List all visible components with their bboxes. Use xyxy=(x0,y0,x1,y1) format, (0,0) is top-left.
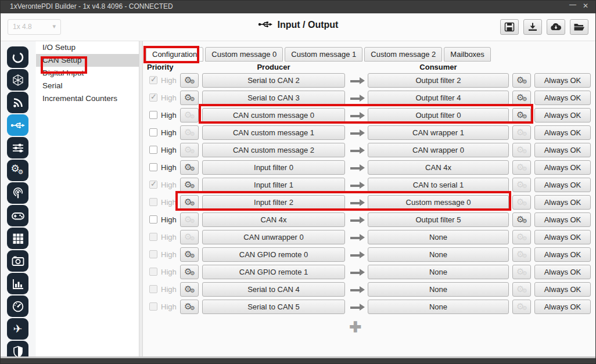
status-button[interactable]: Always OK xyxy=(534,282,591,297)
add-row-button[interactable]: ✚ xyxy=(350,319,362,335)
producer-gear-button[interactable]: ⚙⚙ xyxy=(180,160,199,175)
priority-checkbox[interactable]: ✓ xyxy=(149,302,157,311)
producer-gear-button[interactable]: ⚙⚙ xyxy=(180,178,199,192)
hexagon-wireframe-icon[interactable] xyxy=(7,69,28,91)
tab-custom-message-1[interactable]: Custom message 1 xyxy=(285,47,362,62)
consumer-gear-button[interactable]: ⚙⚙ xyxy=(512,125,531,140)
consumer-gear-button[interactable]: ⚙⚙ xyxy=(512,160,531,175)
priority-checkbox[interactable]: ✓ xyxy=(149,76,157,84)
priority-checkbox[interactable]: ✓ xyxy=(149,93,157,102)
menu-item-i-o-setup[interactable]: I/O Setup xyxy=(36,41,142,54)
producer-gear-button[interactable]: ⚙⚙ xyxy=(180,195,199,210)
priority-checkbox[interactable]: ✓ xyxy=(149,181,157,189)
status-button[interactable]: Always OK xyxy=(534,125,591,140)
camera-icon[interactable] xyxy=(7,250,28,272)
consumer-gear-button[interactable]: ⚙⚙ xyxy=(512,282,531,297)
consumer-button[interactable]: None xyxy=(368,282,509,297)
consumer-gear-button[interactable]: ⚙⚙ xyxy=(512,178,531,192)
producer-button[interactable]: Input filter 0 xyxy=(202,160,345,175)
tab-mailboxes[interactable]: Mailboxes xyxy=(444,47,491,62)
menu-scrollbar[interactable] xyxy=(139,41,143,358)
consumer-button[interactable]: Output filter 5 xyxy=(368,212,509,227)
consumer-button[interactable]: None xyxy=(368,247,509,262)
open-file-button[interactable] xyxy=(570,19,588,35)
status-button[interactable]: Always OK xyxy=(534,247,591,262)
producer-button[interactable]: CAN GPIO remote 1 xyxy=(202,265,345,279)
producer-gear-button[interactable]: ⚙⚙ xyxy=(180,265,199,279)
consumer-gear-button[interactable]: ⚙⚙ xyxy=(512,247,531,262)
producer-button[interactable]: Serial to CAN 2 xyxy=(202,73,345,88)
status-button[interactable]: Always OK xyxy=(534,230,591,244)
producer-button[interactable]: CAN custom message 2 xyxy=(202,143,345,157)
menu-item-serial[interactable]: Serial xyxy=(36,80,142,92)
producer-gear-button[interactable]: ⚙⚙ xyxy=(180,125,199,140)
tab-custom-message-2[interactable]: Custom message 2 xyxy=(364,47,442,62)
producer-gear-button[interactable]: ⚙⚙ xyxy=(180,300,199,314)
consumer-button[interactable]: CAN 4x xyxy=(368,160,509,175)
producer-button[interactable]: CAN custom message 1 xyxy=(202,125,345,140)
gauge-icon[interactable] xyxy=(7,295,28,317)
rss-icon[interactable] xyxy=(7,92,28,113)
priority-checkbox[interactable]: ✓ xyxy=(149,215,157,224)
consumer-gear-button[interactable]: ⚙⚙ xyxy=(512,73,531,88)
status-button[interactable]: Always OK xyxy=(534,178,591,192)
priority-checkbox[interactable]: ✓ xyxy=(149,128,157,136)
gears-icon[interactable]: ⚙⚙ xyxy=(7,160,28,181)
producer-gear-button[interactable]: ⚙⚙ xyxy=(180,73,199,88)
gamepad-icon[interactable] xyxy=(7,205,28,226)
priority-checkbox[interactable]: ✓ xyxy=(149,111,157,119)
consumer-button[interactable]: CAN to serial 1 xyxy=(368,178,509,192)
cloud-download-button[interactable] xyxy=(547,19,565,35)
menu-item-can-setup[interactable]: CAN Setup xyxy=(36,54,142,67)
save-button[interactable] xyxy=(500,19,519,35)
menu-item-digital-input[interactable]: Digital Input xyxy=(36,67,142,80)
producer-gear-button[interactable]: ⚙⚙ xyxy=(180,282,199,297)
producer-gear-button[interactable]: ⚙⚙ xyxy=(180,230,199,244)
status-button[interactable]: Always OK xyxy=(534,160,591,175)
producer-button[interactable]: CAN unwrapper 0 xyxy=(202,230,345,244)
priority-checkbox[interactable]: ✓ xyxy=(149,198,157,206)
broadcast-icon[interactable] xyxy=(7,182,28,204)
tab-custom-message-0[interactable]: Custom message 0 xyxy=(205,47,283,62)
consumer-button[interactable]: None xyxy=(368,230,509,244)
producer-button[interactable]: CAN custom message 0 xyxy=(202,108,345,122)
status-button[interactable]: Always OK xyxy=(534,195,591,210)
priority-checkbox[interactable]: ✓ xyxy=(149,285,157,293)
consumer-button[interactable]: CAN wrapper 1 xyxy=(368,125,509,140)
producer-gear-button[interactable]: ⚙⚙ xyxy=(180,91,199,105)
consumer-gear-button[interactable]: ⚙⚙ xyxy=(512,230,531,244)
consumer-button[interactable]: None xyxy=(368,300,509,314)
power-circle-icon[interactable] xyxy=(7,46,28,68)
producer-button[interactable]: CAN 4x xyxy=(202,212,345,227)
producer-gear-button[interactable]: ⚙⚙ xyxy=(180,212,199,227)
consumer-button[interactable]: Custom message 0 xyxy=(368,195,509,210)
import-button[interactable] xyxy=(523,19,542,35)
producer-button[interactable]: Serial to CAN 4 xyxy=(202,282,345,297)
producer-button[interactable]: Input filter 1 xyxy=(202,178,345,192)
consumer-button[interactable]: None xyxy=(368,265,509,279)
status-button[interactable]: Always OK xyxy=(534,300,591,314)
consumer-gear-button[interactable]: ⚙⚙ xyxy=(512,212,531,227)
consumer-button[interactable]: Output filter 4 xyxy=(368,91,509,105)
consumer-gear-button[interactable]: ⚙⚙ xyxy=(512,108,531,122)
close-button[interactable]: ✕ xyxy=(580,2,591,10)
consumer-button[interactable]: CAN wrapper 0 xyxy=(368,143,509,157)
producer-button[interactable]: Input filter 2 xyxy=(202,195,345,210)
status-button[interactable]: Always OK xyxy=(534,108,591,122)
status-button[interactable]: Always OK xyxy=(534,212,591,227)
minimize-button[interactable]: — xyxy=(568,1,578,9)
producer-gear-button[interactable]: ⚙⚙ xyxy=(180,143,199,157)
status-button[interactable]: Always OK xyxy=(534,91,591,105)
consumer-button[interactable]: Output filter 0 xyxy=(368,108,509,122)
status-button[interactable]: Always OK xyxy=(534,265,591,279)
grid-icon[interactable] xyxy=(7,228,28,249)
consumer-button[interactable]: Output filter 2 xyxy=(368,73,509,88)
plane-icon[interactable]: ✈ xyxy=(7,318,28,340)
producer-button[interactable]: Serial to CAN 5 xyxy=(202,300,345,314)
consumer-gear-button[interactable]: ⚙⚙ xyxy=(512,195,531,210)
status-button[interactable]: Always OK xyxy=(534,143,591,157)
priority-checkbox[interactable]: ✓ xyxy=(149,163,157,171)
consumer-gear-button[interactable]: ⚙⚙ xyxy=(512,300,531,314)
bar-chart-icon[interactable] xyxy=(7,273,28,294)
priority-checkbox[interactable]: ✓ xyxy=(149,233,157,241)
